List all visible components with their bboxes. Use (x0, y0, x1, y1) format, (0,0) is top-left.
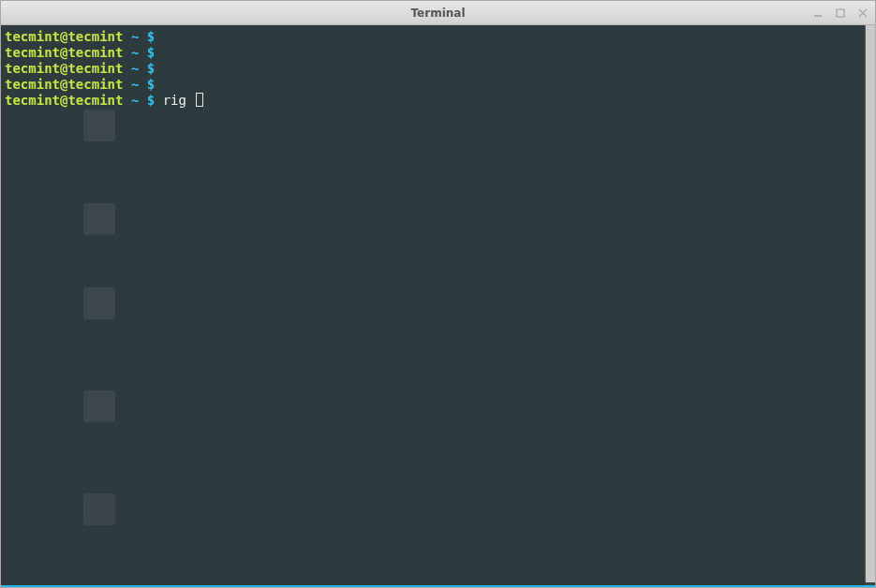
prompt-path: ~ (131, 77, 139, 92)
prompt-line: tecmint@tecmint ~ $ (5, 29, 871, 45)
prompt-line: tecmint@tecmint ~ $ rig (5, 93, 871, 109)
prompt-path: ~ (131, 29, 139, 44)
svg-rect-0 (814, 15, 822, 17)
scrollbar-thumb[interactable] (865, 25, 875, 582)
prompt-path: ~ (131, 61, 139, 76)
close-icon (858, 8, 868, 18)
scrollbar-track[interactable] (865, 25, 875, 585)
prompt-line: tecmint@tecmint ~ $ (5, 45, 871, 61)
prompt-symbol: $ (147, 29, 155, 44)
prompt-symbol: $ (147, 93, 155, 108)
prompt-user-host: tecmint@tecmint (5, 93, 123, 108)
maximize-icon (836, 8, 845, 18)
terminal-window: Terminal tecmint@tecmint ~ $ tecmint@tec… (0, 0, 876, 588)
minimize-icon (813, 8, 823, 18)
prompt-path: ~ (131, 45, 139, 60)
text-cursor (196, 93, 203, 107)
terminal-output[interactable]: tecmint@tecmint ~ $ tecmint@tecmint ~ $ … (5, 29, 871, 581)
prompt-user-host: tecmint@tecmint (5, 45, 123, 60)
window-controls (811, 7, 869, 20)
titlebar[interactable]: Terminal (1, 1, 875, 25)
prompt-symbol: $ (147, 61, 155, 76)
terminal-body[interactable]: tecmint@tecmint ~ $ tecmint@tecmint ~ $ … (1, 25, 875, 587)
prompt-symbol: $ (147, 45, 155, 60)
prompt-user-host: tecmint@tecmint (5, 77, 123, 92)
prompt-symbol: $ (147, 77, 155, 92)
command-text: rig (163, 93, 195, 108)
prompt-line: tecmint@tecmint ~ $ (5, 61, 871, 77)
window-title: Terminal (410, 7, 465, 20)
minimize-button[interactable] (811, 7, 824, 20)
maximize-button[interactable] (834, 7, 847, 20)
close-button[interactable] (856, 7, 869, 20)
prompt-path: ~ (131, 93, 139, 108)
prompt-line: tecmint@tecmint ~ $ (5, 77, 871, 93)
prompt-user-host: tecmint@tecmint (5, 29, 123, 44)
svg-rect-1 (837, 9, 844, 17)
prompt-user-host: tecmint@tecmint (5, 61, 123, 76)
